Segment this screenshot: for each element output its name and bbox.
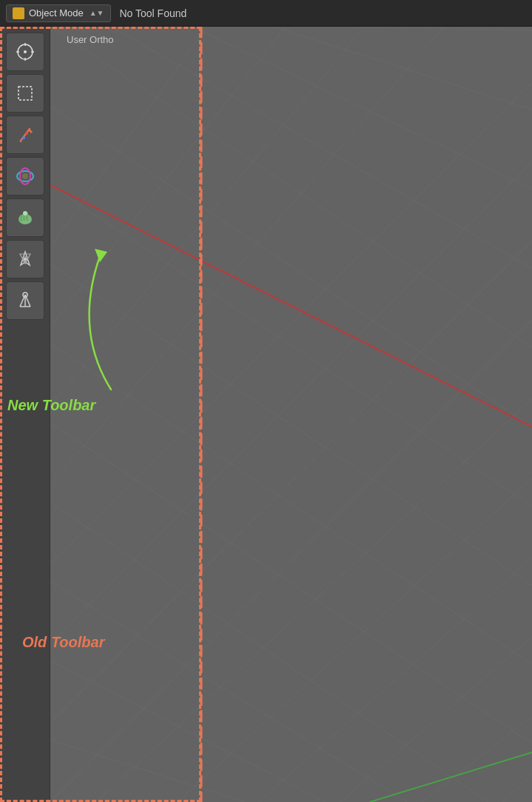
svg-line-11: [340, 637, 532, 802]
view-label: User Ortho: [67, 34, 114, 45]
material-tool-button[interactable]: [6, 157, 44, 196]
svg-line-17: [50, 264, 532, 585]
render-icon: [15, 249, 36, 270]
annotate-icon: [15, 124, 36, 145]
no-tool-text: No Tool Found: [120, 7, 187, 19]
svg-line-21: [50, 581, 407, 802]
grid-background: [0, 27, 532, 802]
cursor-tool-button[interactable]: [6, 33, 44, 71]
svg-line-24: [111, 27, 532, 268]
measure-icon: [15, 290, 36, 311]
select-box-tool-button[interactable]: [6, 74, 44, 113]
svg-line-7: [50, 27, 206, 247]
svg-line-0: [50, 320, 532, 802]
mode-label: Object Mode: [29, 7, 84, 19]
svg-line-23: [50, 740, 244, 802]
mode-dropdown-arrow: ▲▼: [90, 9, 104, 17]
svg-line-6: [50, 27, 286, 327]
svg-line-22: [50, 661, 326, 802]
svg-line-14: [50, 27, 532, 347]
select-box-icon: [15, 83, 36, 104]
svg-line-18: [50, 344, 532, 664]
new-toolbar-label: New Toolbar: [7, 397, 95, 414]
material-icon: [15, 166, 36, 187]
svg-line-1: [50, 241, 532, 723]
header-bar: Object Mode ▲▼ No Tool Found: [0, 0, 532, 27]
svg-line-19: [50, 423, 532, 743]
measure-tool-button[interactable]: [6, 281, 44, 320]
render-tool-button[interactable]: [6, 240, 44, 278]
sculpt-icon: [15, 207, 36, 228]
sculpt-tool-button[interactable]: [6, 198, 44, 237]
svg-point-54: [24, 258, 27, 261]
svg-rect-38: [18, 87, 32, 100]
svg-point-33: [24, 50, 27, 53]
svg-point-51: [23, 211, 27, 215]
svg-line-26: [274, 27, 532, 110]
viewport[interactable]: User Ortho New Toolbar Old Toolbar: [0, 27, 532, 802]
mode-icon: [13, 7, 24, 19]
svg-line-20: [50, 502, 488, 802]
svg-line-13: [503, 775, 532, 802]
old-toolbar-label: Old Toolbar: [22, 634, 104, 651]
svg-line-29: [370, 752, 532, 802]
svg-rect-50: [20, 215, 22, 221]
annotate-tool-button[interactable]: [6, 116, 44, 154]
svg-point-42: [22, 136, 25, 139]
svg-point-46: [22, 173, 28, 179]
svg-line-12: [422, 716, 532, 802]
svg-line-2: [50, 161, 532, 644]
cursor-icon: [15, 41, 36, 62]
svg-line-39: [21, 129, 30, 141]
svg-line-4: [50, 27, 444, 485]
svg-line-8: [96, 399, 532, 802]
svg-line-15: [50, 106, 532, 427]
mode-selector[interactable]: Object Mode ▲▼: [6, 4, 111, 22]
svg-point-43: [25, 132, 28, 135]
svg-marker-41: [19, 141, 22, 142]
svg-line-28: [50, 185, 532, 427]
svg-line-16: [50, 185, 532, 506]
left-toolbar: [0, 27, 50, 802]
svg-line-25: [192, 27, 532, 189]
